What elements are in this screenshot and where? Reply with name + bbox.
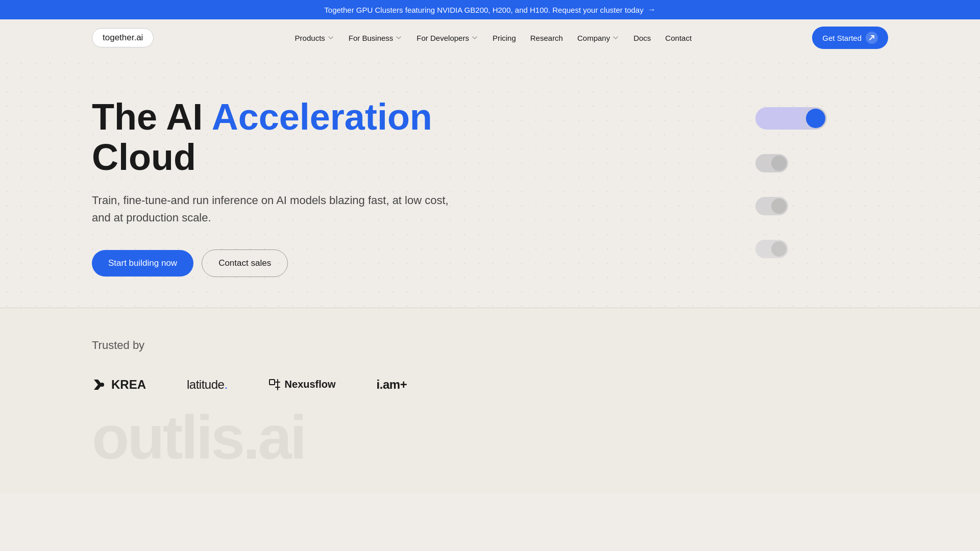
nav-item-for-business[interactable]: For Business bbox=[342, 30, 409, 46]
nav-links: Products For Business For Developers Pri… bbox=[174, 30, 812, 46]
hero-decorations bbox=[755, 107, 827, 258]
toggle-row-4 bbox=[755, 240, 827, 258]
svg-rect-1 bbox=[270, 380, 275, 385]
nexusflow-icon bbox=[268, 379, 281, 391]
announcement-banner[interactable]: Together GPU Clusters featuring NVIDIA G… bbox=[0, 0, 980, 19]
external-link-icon bbox=[866, 32, 878, 44]
chevron-down-icon bbox=[471, 34, 478, 41]
outlis-watermark: outlis.ai bbox=[92, 402, 888, 472]
nav-item-for-developers[interactable]: For Developers bbox=[410, 30, 484, 46]
announcement-text: Together GPU Clusters featuring NVIDIA G… bbox=[324, 6, 643, 14]
get-started-button[interactable]: Get Started bbox=[812, 27, 888, 49]
krea-icon bbox=[92, 378, 106, 392]
nav-item-company[interactable]: Company bbox=[571, 30, 625, 46]
trusted-title: Trusted by bbox=[92, 339, 888, 352]
nav-right: Get Started bbox=[812, 27, 888, 49]
svg-point-0 bbox=[100, 383, 104, 387]
toggle-knob bbox=[771, 156, 787, 171]
logo-latitude: latitude. bbox=[187, 378, 228, 392]
navbar: together.ai Products For Business For De… bbox=[0, 19, 980, 56]
chevron-down-icon bbox=[327, 34, 334, 41]
toggle-knob bbox=[806, 109, 825, 128]
nav-item-contact[interactable]: Contact bbox=[659, 30, 698, 46]
logos-row: KREA latitude. Nexusflow i.am+ bbox=[92, 378, 888, 392]
nav-item-products[interactable]: Products bbox=[289, 30, 340, 46]
toggle-xsmall[interactable] bbox=[755, 240, 788, 258]
start-building-button[interactable]: Start building now bbox=[92, 250, 193, 277]
contact-sales-button[interactable]: Contact sales bbox=[202, 249, 288, 277]
chevron-down-icon bbox=[612, 34, 619, 41]
toggle-large[interactable] bbox=[755, 107, 827, 130]
toggle-medium[interactable] bbox=[755, 154, 788, 172]
toggle-row-3 bbox=[755, 197, 827, 215]
hero-content: The AI Acceleration Cloud Train, fine-tu… bbox=[92, 97, 526, 277]
announcement-arrow: → bbox=[648, 5, 656, 14]
chevron-down-icon bbox=[395, 34, 402, 41]
hero-buttons: Start building now Contact sales bbox=[92, 249, 526, 277]
logo[interactable]: together.ai bbox=[92, 28, 154, 47]
hero-subtitle: Train, fine-tune-and run inference on AI… bbox=[92, 192, 449, 227]
logo-iam: i.am+ bbox=[377, 378, 407, 392]
hero-title: The AI Acceleration Cloud bbox=[92, 97, 526, 178]
nav-item-pricing[interactable]: Pricing bbox=[486, 30, 522, 46]
logo-nexusflow: Nexusflow bbox=[268, 379, 336, 391]
trusted-section: Trusted by KREA latitude. Nexusflow i.am… bbox=[0, 308, 980, 493]
toggle-knob bbox=[771, 198, 787, 214]
nav-item-docs[interactable]: Docs bbox=[627, 30, 657, 46]
toggle-row-1 bbox=[755, 107, 827, 130]
toggle-row-2 bbox=[755, 154, 827, 172]
toggle-small[interactable] bbox=[755, 197, 788, 215]
toggle-knob bbox=[771, 241, 787, 257]
nav-item-research[interactable]: Research bbox=[524, 30, 569, 46]
logo-krea: KREA bbox=[92, 378, 146, 392]
hero-section: The AI Acceleration Cloud Train, fine-tu… bbox=[0, 56, 980, 308]
